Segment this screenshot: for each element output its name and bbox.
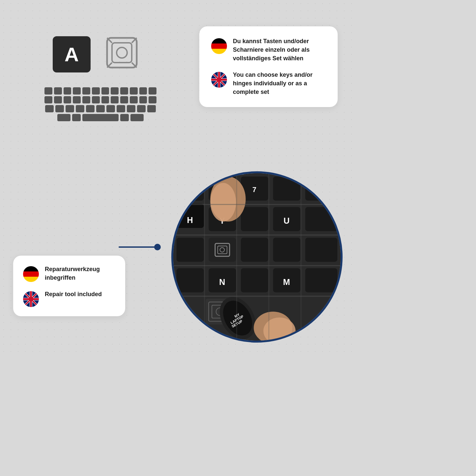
svg-rect-49: [305, 268, 338, 292]
svg-rect-26: [305, 177, 338, 201]
svg-rect-9: [211, 49, 227, 54]
uk-flag-bottom: [23, 291, 39, 307]
info-card-bottom: Reparaturwerkzeug inbegriffen Repair too…: [13, 256, 125, 316]
german-flag-bottom: [23, 266, 39, 282]
svg-rect-46: [241, 268, 268, 292]
svg-rect-73: [23, 277, 39, 282]
keyboard-repair-photo: 6 7 H Y U: [171, 171, 343, 343]
svg-text:M: M: [283, 277, 290, 287]
svg-text:6: 6: [188, 186, 192, 194]
svg-rect-41: [273, 238, 300, 262]
svg-rect-31: [241, 207, 268, 231]
hinge-icon: [105, 36, 138, 69]
connector-line: [119, 246, 158, 248]
english-info-row: You can choose keys and/or hinges indivi…: [211, 70, 326, 96]
svg-rect-25: [273, 177, 300, 201]
svg-rect-1: [112, 43, 132, 63]
svg-rect-7: [211, 38, 227, 43]
svg-text:7: 7: [252, 186, 256, 194]
german-repair-row: Reparaturwerkzeug inbegriffen: [23, 265, 115, 282]
svg-rect-8: [211, 43, 227, 49]
english-info-text: You can choose keys and/or hinges indivi…: [233, 70, 326, 96]
svg-rect-36: [209, 238, 236, 262]
svg-rect-72: [23, 271, 39, 277]
uk-flag: [211, 72, 227, 88]
svg-text:N: N: [219, 277, 225, 287]
german-info-text: Du kannst Tasten und/oder Scharniere ein…: [233, 37, 326, 63]
svg-rect-40: [241, 238, 268, 262]
svg-text:U: U: [284, 216, 290, 225]
svg-rect-34: [305, 207, 338, 231]
keyboard-illustration: [44, 87, 156, 123]
svg-rect-42: [305, 238, 338, 262]
german-info-row: Du kannst Tasten und/oder Scharniere ein…: [211, 37, 326, 63]
key-icon: A: [53, 36, 91, 72]
german-flag: [211, 38, 227, 54]
svg-rect-43: [177, 268, 204, 292]
svg-point-2: [117, 47, 127, 58]
svg-rect-71: [23, 266, 39, 271]
english-repair-text: Repair tool included: [45, 290, 102, 298]
english-repair-row: Repair tool included: [23, 290, 115, 307]
info-card-top: Du kannst Tasten und/oder Scharniere ein…: [199, 26, 338, 107]
german-repair-text: Reparaturwerkzeug inbegriffen: [45, 265, 115, 282]
svg-point-60: [210, 183, 236, 221]
key-letter: A: [65, 43, 79, 66]
svg-text:H: H: [187, 215, 193, 225]
svg-rect-35: [177, 238, 204, 262]
